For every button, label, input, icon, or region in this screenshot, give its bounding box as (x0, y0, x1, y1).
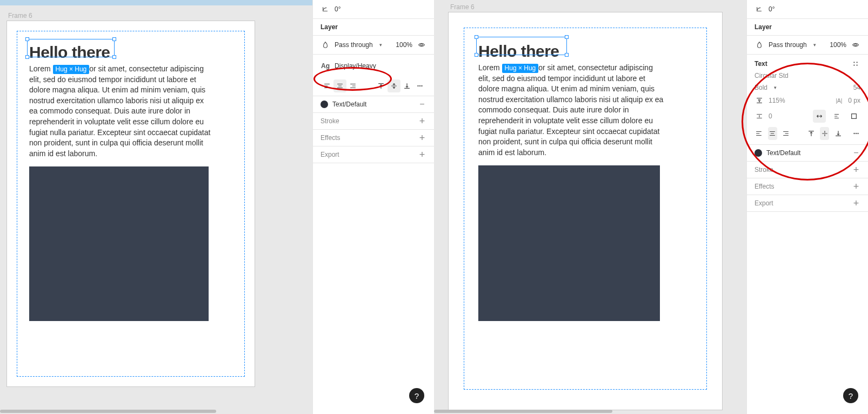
text-align-right-button[interactable] (346, 79, 359, 92)
text-vertical-middle-button[interactable] (820, 127, 829, 140)
fill-row[interactable]: Text/Default − (313, 96, 434, 113)
text-style-section: Ag Display/Heavy (313, 55, 434, 96)
visibility-icon[interactable] (417, 40, 426, 50)
font-family-row[interactable]: Circular Std (747, 70, 868, 82)
canvas-left[interactable]: Frame 6 Hello there Lorem Hug × Hugor si… (0, 0, 312, 414)
blend-icon (755, 40, 764, 50)
horizontal-scrollbar[interactable] (434, 410, 612, 413)
add-stroke-button[interactable]: + (852, 166, 860, 173)
font-weight-size-row: Bold ▾ 54 (747, 82, 868, 94)
export-row[interactable]: Export+ (313, 146, 434, 163)
fixed-size-button[interactable] (847, 110, 860, 123)
add-effect-button[interactable]: + (418, 134, 426, 142)
layer-blend-row: Pass through ▾ 100% (313, 36, 434, 55)
frame-inner[interactable]: Hello there Lorem Hug × Hugor sit amet, … (17, 31, 245, 377)
svg-point-1 (417, 85, 418, 86)
style-picker-button[interactable] (851, 59, 860, 69)
opacity-value[interactable]: 100% (396, 41, 412, 49)
paragraph-spacing-input[interactable]: 0 (769, 112, 772, 120)
chevron-down-icon: ▾ (813, 42, 816, 48)
line-letter-row: 115% |A| 0 px (747, 94, 868, 108)
body-text[interactable]: Lorem Hug × Hugor sit amet, consectetur … (478, 63, 665, 158)
effects-row[interactable]: Effects+ (313, 130, 434, 146)
blend-mode[interactable]: Pass through (335, 41, 373, 49)
blend-mode[interactable]: Pass through (769, 41, 807, 49)
layer-blend-row: Pass through ▾ 100% (747, 36, 868, 55)
opacity-value[interactable]: 100% (830, 41, 846, 49)
paragraph-spacing-icon (755, 111, 764, 121)
add-effect-button[interactable]: + (852, 183, 860, 190)
add-export-button[interactable]: + (852, 199, 860, 207)
line-height-icon (755, 96, 764, 105)
frame-label[interactable]: Frame 6 (8, 12, 32, 19)
text-style-ag-icon: Ag (321, 61, 330, 71)
remove-fill-button[interactable]: − (418, 101, 426, 108)
text-align-center-button[interactable] (333, 79, 346, 92)
export-row[interactable]: Export+ (747, 195, 868, 212)
fill-swatch (321, 101, 328, 108)
rotation-value: 0° (769, 5, 774, 13)
visibility-icon[interactable] (851, 40, 860, 50)
placeholder-rect[interactable] (29, 166, 209, 321)
frame-outer[interactable]: Hello there Lorem Hug × Hugor sit amet, … (448, 12, 723, 410)
stroke-row[interactable]: Stroke+ (747, 162, 868, 178)
frame-inner[interactable]: Hello there Lorem Hug × Hugor sit amet, … (464, 28, 707, 390)
text-style-name[interactable]: Display/Heavy (335, 62, 376, 70)
help-button[interactable]: ? (843, 388, 858, 403)
fill-row[interactable]: Text/Default − (747, 145, 868, 162)
svg-point-7 (853, 64, 854, 65)
font-weight-select[interactable]: Bold (755, 84, 767, 91)
rotation-row[interactable]: 0° (747, 0, 868, 19)
add-export-button[interactable]: + (418, 151, 426, 158)
auto-height-button[interactable] (830, 110, 843, 123)
svg-point-6 (856, 62, 857, 63)
font-size-input[interactable]: 54 (853, 84, 860, 91)
more-type-options-button[interactable] (851, 127, 860, 140)
svg-point-3 (421, 85, 422, 86)
text-section-header: Text (747, 55, 868, 70)
fill-label: Text/Default (332, 101, 366, 108)
auto-width-button[interactable] (813, 110, 826, 123)
text-vertical-top-button[interactable] (807, 127, 816, 140)
text-align-center-button[interactable] (768, 127, 777, 140)
svg-point-12 (857, 133, 858, 134)
svg-point-5 (853, 62, 854, 63)
letter-spacing-input[interactable]: 0 px (848, 97, 860, 104)
svg-point-4 (854, 44, 857, 46)
angle-icon (755, 4, 764, 14)
body-pre: Lorem (29, 64, 53, 73)
frame-outer[interactable]: Hello there Lorem Hug × Hugor sit amet, … (6, 21, 255, 387)
effects-row[interactable]: Effects+ (747, 178, 868, 195)
svg-rect-9 (852, 114, 857, 119)
more-type-options-button[interactable] (413, 79, 426, 92)
text-align-left-button[interactable] (755, 127, 764, 140)
remove-fill-button[interactable]: − (852, 150, 860, 156)
line-height-input[interactable]: 115% (769, 97, 785, 104)
stroke-row[interactable]: Stroke+ (313, 113, 434, 130)
chevron-down-icon: ▾ (774, 85, 777, 90)
text-vertical-top-button[interactable] (375, 79, 388, 92)
svg-point-8 (856, 64, 857, 65)
inspector-panel: 0° Layer Pass through ▾ 100% Ag Display/… (312, 0, 434, 414)
placeholder-rect[interactable] (478, 165, 660, 321)
text-vertical-bottom-button[interactable] (400, 79, 413, 92)
text-align-right-button[interactable] (782, 127, 791, 140)
frame-label[interactable]: Frame 6 (450, 3, 475, 11)
fill-label: Text/Default (766, 149, 800, 157)
body-text[interactable]: Lorem Hug × Hugor sit amet, consectetur … (29, 64, 213, 159)
svg-point-10 (853, 133, 854, 134)
svg-point-2 (419, 85, 420, 86)
canvas-right[interactable]: Frame 6 Hello there Lorem Hug × Hugor si… (434, 0, 746, 414)
text-vertical-bottom-button[interactable] (833, 127, 843, 140)
autolayout-hug-tag: Hug × Hug (53, 65, 90, 74)
chevron-down-icon: ▾ (379, 42, 382, 48)
text-align-left-button[interactable] (321, 79, 333, 92)
body-pre: Lorem (478, 63, 502, 72)
text-vertical-middle-button[interactable] (388, 79, 400, 92)
help-button[interactable]: ? (409, 388, 424, 403)
layer-section-header: Layer (747, 19, 868, 36)
blend-icon (321, 40, 330, 50)
horizontal-scrollbar[interactable] (0, 410, 216, 413)
rotation-row[interactable]: 0° (313, 0, 434, 19)
add-stroke-button[interactable]: + (418, 117, 426, 125)
